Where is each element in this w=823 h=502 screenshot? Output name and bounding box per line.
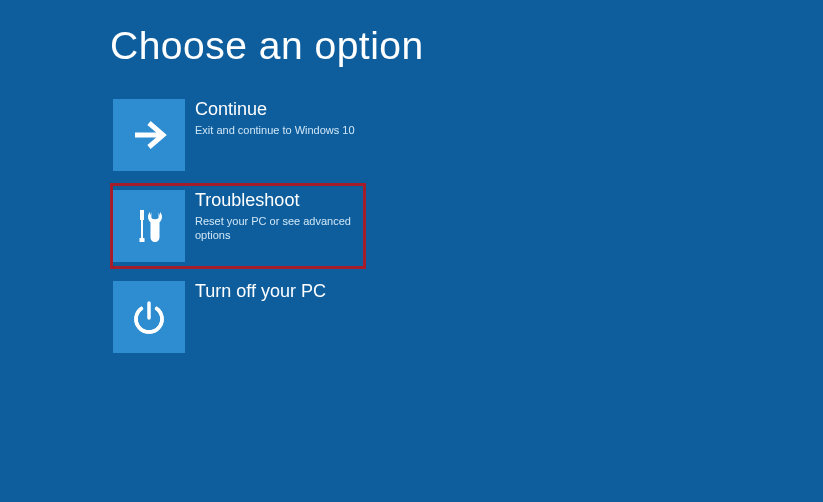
troubleshoot-subtitle: Reset your PC or see advanced options — [195, 214, 363, 243]
options-list: Continue Exit and continue to Windows 10 — [110, 96, 823, 356]
continue-text: Continue Exit and continue to Windows 10 — [185, 99, 355, 137]
page-title: Choose an option — [110, 24, 823, 68]
troubleshoot-icon-tile — [113, 190, 185, 262]
turnoff-icon-tile — [113, 281, 185, 353]
turnoff-option[interactable]: Turn off your PC — [110, 278, 366, 356]
svg-rect-3 — [140, 238, 145, 242]
troubleshoot-title: Troubleshoot — [195, 190, 363, 212]
continue-icon-tile — [113, 99, 185, 171]
turnoff-text: Turn off your PC — [185, 281, 326, 303]
troubleshoot-text: Troubleshoot Reset your PC or see advanc… — [185, 190, 363, 242]
svg-rect-2 — [141, 220, 143, 238]
tools-icon — [127, 204, 171, 248]
troubleshoot-option[interactable]: Troubleshoot Reset your PC or see advanc… — [110, 183, 366, 269]
turnoff-title: Turn off your PC — [195, 281, 326, 303]
continue-title: Continue — [195, 99, 355, 121]
arrow-right-icon — [129, 115, 169, 155]
continue-option[interactable]: Continue Exit and continue to Windows 10 — [110, 96, 366, 174]
continue-subtitle: Exit and continue to Windows 10 — [195, 123, 355, 137]
recovery-menu: Choose an option Continue Exit and conti… — [0, 0, 823, 356]
svg-rect-4 — [153, 211, 158, 219]
power-icon — [129, 297, 169, 337]
svg-rect-1 — [140, 210, 144, 220]
